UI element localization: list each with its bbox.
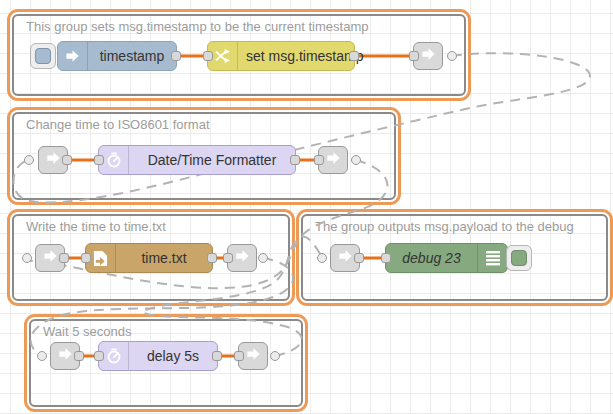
input-port[interactable] [94, 155, 104, 165]
node-label: delay 5s [129, 348, 217, 364]
node-link-in-4[interactable] [330, 244, 360, 272]
input-port[interactable] [94, 351, 104, 361]
link-in-virtual-port[interactable] [24, 155, 34, 165]
node-datetime-formatter[interactable]: Date/Time Formatter [98, 145, 296, 175]
output-port[interactable] [290, 155, 300, 165]
link-in-virtual-port[interactable] [22, 253, 32, 263]
link-arrow-icon [46, 151, 61, 169]
flow-canvas[interactable]: This group sets msg.timestamp to be the … [0, 0, 613, 414]
link-arrow-icon [421, 47, 436, 65]
node-inject-timestamp[interactable]: timestamp [57, 41, 177, 71]
output-port[interactable] [59, 253, 69, 263]
output-port[interactable] [349, 51, 359, 61]
output-port[interactable] [207, 253, 217, 263]
node-label: Date/Time Formatter [129, 152, 295, 168]
inject-trigger-button-fill [35, 48, 51, 64]
node-link-out-2[interactable] [318, 146, 348, 174]
link-out-virtual-port[interactable] [258, 253, 268, 263]
debug-list-icon [477, 244, 507, 272]
inject-trigger-button[interactable] [30, 43, 56, 69]
group-title: Change time to ISO8601 format [26, 117, 210, 132]
output-port[interactable] [212, 351, 222, 361]
input-port[interactable] [234, 351, 244, 361]
input-port[interactable] [81, 253, 91, 263]
link-out-virtual-port[interactable] [270, 351, 280, 361]
group-title: This group sets msg.timestamp to be the … [26, 19, 368, 34]
link-in-virtual-port[interactable] [317, 253, 327, 263]
group-title: Wait 5 seconds [43, 324, 131, 339]
link-arrow-icon [338, 249, 353, 267]
node-link-in-5[interactable] [50, 342, 80, 370]
input-port[interactable] [314, 155, 324, 165]
link-in-virtual-port[interactable] [37, 351, 47, 361]
node-link-in-2[interactable] [38, 146, 68, 174]
link-wires [14, 53, 590, 356]
node-file-time-txt[interactable]: time.txt [85, 243, 213, 273]
node-change-set-timestamp[interactable]: set msg.timestamp [207, 41, 355, 71]
node-link-out-3[interactable] [227, 244, 257, 272]
link-arrow-icon [246, 347, 261, 365]
inject-arrow-icon [58, 42, 88, 70]
input-port[interactable] [223, 253, 233, 263]
group-title: The group outputs msg.payload to the deb… [315, 219, 574, 234]
link-arrow-icon [58, 347, 73, 365]
link-arrow-icon [43, 249, 58, 267]
debug-toggle-button[interactable] [506, 245, 532, 271]
group-title: Write the time to time.txt [26, 219, 166, 234]
node-debug-23[interactable]: debug 23 [385, 243, 508, 273]
input-port[interactable] [381, 253, 391, 263]
output-port[interactable] [62, 155, 72, 165]
input-port[interactable] [203, 51, 213, 61]
input-port[interactable] [409, 51, 419, 61]
output-port[interactable] [354, 253, 364, 263]
node-label: time.txt [116, 250, 212, 266]
link-out-virtual-port[interactable] [447, 51, 457, 61]
output-port[interactable] [171, 51, 181, 61]
node-delay-5s[interactable]: delay 5s [98, 341, 218, 371]
link-arrow-icon [326, 151, 341, 169]
node-link-out-5[interactable] [238, 342, 268, 370]
debug-toggle-button-fill [511, 250, 527, 266]
flow-wires [65, 56, 418, 356]
node-label: debug 23 [386, 250, 477, 266]
node-link-in-3[interactable] [35, 244, 65, 272]
node-label: timestamp [88, 48, 176, 64]
link-arrow-icon [235, 249, 250, 267]
link-out-virtual-port[interactable] [351, 155, 361, 165]
node-link-out-1[interactable] [413, 42, 443, 70]
output-port[interactable] [74, 351, 84, 361]
